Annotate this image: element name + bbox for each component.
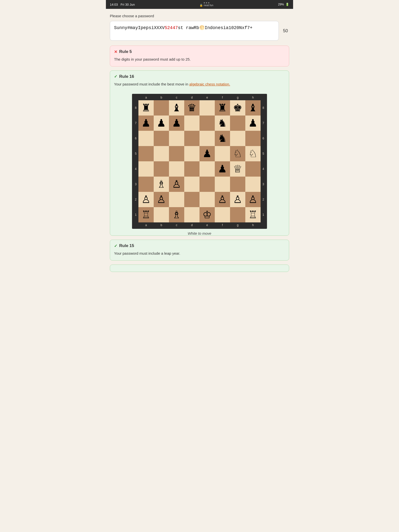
cell-e6 (200, 131, 215, 146)
col-h-top: h (245, 96, 261, 99)
rank-2-r: 2 (261, 198, 266, 201)
cell-g5: ♘ (230, 146, 245, 161)
cell-h1: ♖ (245, 207, 261, 222)
rule-card-rule16: ✓ Rule 16 Your password must include the… (110, 70, 289, 236)
rule5-fail-icon: ✕ (114, 50, 117, 54)
cell-c6 (169, 131, 184, 146)
cell-e7 (200, 116, 215, 131)
chess-grid: ♜♝♛♜♚♝♟♟♟♞♟♞♟♘♘♟♕♗♙♙♙♙♙♙♖♗♔♖ (138, 100, 261, 222)
cell-f8: ♜ (215, 100, 230, 116)
cell-f3 (215, 177, 230, 192)
cell-b1 (154, 207, 169, 222)
cell-c8: ♝ (169, 100, 184, 116)
status-dots (204, 2, 209, 3)
top-coords: a b c d e f g h (133, 95, 266, 100)
cell-c7: ♟ (169, 116, 184, 131)
dot2 (206, 2, 207, 3)
cell-d4 (184, 161, 200, 177)
rule16-body-prefix: Your password must include the best move… (114, 82, 189, 86)
cell-e1: ♔ (200, 207, 215, 222)
password-row: Sunny#mayIpepsiXXXV52447st rawRb🌕Indones… (110, 21, 289, 41)
status-time-date: 14:03 Fri 30 Jun (110, 3, 135, 6)
cell-g3 (230, 177, 245, 192)
rule15-label: Rule 15 (119, 243, 134, 248)
col-a-bot: a (138, 223, 154, 227)
cell-f5 (215, 146, 230, 161)
dot1 (204, 2, 205, 3)
battery-icon: 🔋 (285, 3, 289, 6)
rank-1: 1 (133, 213, 138, 216)
cell-g8: ♚ (230, 100, 245, 116)
cell-a8: ♜ (138, 100, 154, 116)
col-f-bot: f (215, 223, 230, 227)
cell-h8: ♝ (245, 100, 261, 116)
cell-d1 (184, 207, 200, 222)
col-e-top: e (200, 96, 215, 99)
rank-6: 6 (133, 137, 138, 140)
status-right: 29% 🔋 (278, 3, 289, 6)
status-time: 14:03 (110, 3, 118, 6)
choose-password-label: Please choose a password (110, 14, 289, 18)
rank-2: 2 (133, 198, 138, 201)
rule15-pass-icon: ✓ (114, 244, 117, 248)
cell-b7: ♟ (154, 116, 169, 131)
col-b-bot: b (154, 223, 169, 227)
cell-b5 (154, 146, 169, 161)
rule16-pass-icon: ✓ (114, 74, 117, 79)
cell-b2: ♙ (154, 192, 169, 207)
col-b-top: b (154, 96, 169, 99)
cell-g1 (230, 207, 245, 222)
cell-h4 (245, 161, 261, 177)
status-date: Fri 30 Jun (120, 3, 135, 6)
rank-3-r: 3 (261, 183, 266, 186)
chess-board-wrapper: a b c d e f g h 8 7 (110, 94, 289, 235)
cell-e3 (200, 177, 215, 192)
cell-a1: ♖ (138, 207, 154, 222)
cell-c2 (169, 192, 184, 207)
col-d-bot: d (184, 223, 200, 227)
rule5-label: Rule 5 (119, 49, 132, 54)
rank-7-r: 7 (261, 121, 266, 125)
cell-f7: ♞ (215, 116, 230, 131)
cell-g2: ♙ (230, 192, 245, 207)
battery-percent: 29% (278, 3, 284, 6)
main-content: Please choose a password Sunny#mayIpepsi… (106, 9, 293, 281)
password-input[interactable]: Sunny#mayIpepsiXXXV52447st rawRb🌕Indones… (110, 21, 279, 41)
cell-f1 (215, 207, 230, 222)
cell-c5 (169, 146, 184, 161)
chess-board-outer: a b c d e f g h 8 7 (132, 94, 267, 229)
cell-f6: ♞ (215, 131, 230, 146)
col-a-top: a (138, 96, 154, 99)
cell-c3: ♙ (169, 177, 184, 192)
chess-notation-link[interactable]: algebraic chess notation. (189, 82, 230, 86)
rank-labels-right: 8 7 6 5 4 3 2 1 (261, 100, 266, 222)
cell-g7 (230, 116, 245, 131)
cell-h5: ♘ (245, 146, 261, 161)
rank-4: 4 (133, 167, 138, 171)
cell-d5 (184, 146, 200, 161)
rule-card-rule5: ✕ Rule 5 The digits in your password mus… (110, 46, 289, 66)
rank-8: 8 (133, 106, 138, 110)
cell-a7: ♟ (138, 116, 154, 131)
cell-e8 (200, 100, 215, 116)
cell-b4 (154, 161, 169, 177)
cell-h6 (245, 131, 261, 146)
char-count: 50 (282, 28, 289, 33)
rank-labels-left: 8 7 6 5 4 3 2 1 (133, 100, 138, 222)
cell-e4 (200, 161, 215, 177)
rank-3: 3 (133, 183, 138, 186)
col-g-bot: g (230, 223, 245, 227)
dot3 (208, 2, 209, 3)
cell-d8: ♛ (184, 100, 200, 116)
rule16-header: ✓ Rule 16 (110, 71, 289, 82)
col-d-top: d (184, 96, 200, 99)
rule-card-rule15: ✓ Rule 15 Your password must include a l… (110, 240, 289, 261)
col-f-top: f (215, 96, 230, 99)
white-to-move-caption: White to move (188, 231, 211, 235)
rule15-body: Your password must include a leap year. (110, 251, 289, 260)
cell-d3 (184, 177, 200, 192)
status-center: 🔒 neal.fun (200, 2, 213, 7)
cell-a6 (138, 131, 154, 146)
rank-1-r: 1 (261, 213, 266, 216)
cell-b6 (154, 131, 169, 146)
